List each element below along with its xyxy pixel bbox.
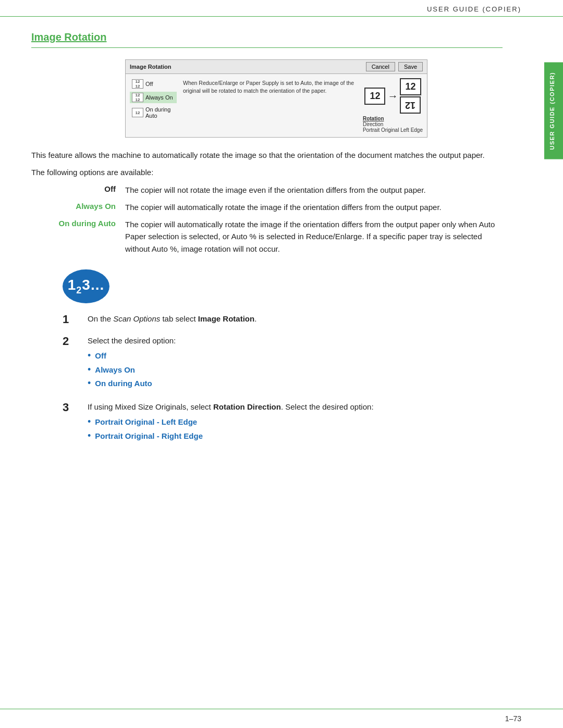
footer-page-number: 1–73	[505, 714, 521, 723]
screenshot-visual: 12 → 12 12 Rotation Direction Portrait O…	[363, 78, 423, 133]
step-2-content: Select the desired option: • Off • Alway…	[88, 335, 503, 392]
step-3-text: If using Mixed Size Originals, select Ro…	[88, 402, 374, 411]
steps-list: 1 On the Scan Options tab select Image R…	[63, 313, 503, 445]
step-1-bold: Image Rotation	[198, 314, 254, 323]
screenshot-header: Image Rotation Cancel Save	[126, 60, 427, 74]
main-content: Image Rotation Image Rotation Cancel Sav…	[0, 17, 544, 474]
step-3-content: If using Mixed Size Originals, select Ro…	[88, 401, 503, 445]
option-on-during-auto[interactable]: 12 On duringAuto	[130, 105, 177, 120]
bullet-on-during-auto: • On during Auto	[88, 377, 503, 389]
step-2-text: Select the desired option:	[88, 336, 176, 345]
rotation-label: Rotation	[363, 116, 384, 121]
bullet-dot-2: •	[88, 365, 91, 374]
bullet-dot-3: •	[88, 378, 91, 388]
bullet-link-portrait-right[interactable]: Portrait Original - Right Edge	[95, 430, 203, 442]
def-item-always-on: Always On The copier will automatically …	[31, 201, 503, 213]
title-divider	[31, 47, 503, 48]
bullet-off: • Off	[88, 350, 503, 362]
option-always-on-icon: 1212	[132, 93, 143, 102]
option-always-on-label: Always On	[145, 94, 173, 101]
bullet-portrait-left: • Portrait Original - Left Edge	[88, 416, 503, 428]
option-off-icon: 1212	[132, 79, 143, 89]
def-item-off: Off The copier will not rotate the image…	[31, 184, 503, 196]
intro-text-2: The following options are available:	[31, 166, 503, 178]
def-term-off: Off	[31, 184, 125, 196]
arrow-left-box: 12	[364, 88, 385, 105]
cancel-button[interactable]: Cancel	[366, 62, 395, 71]
top-header: User Guide (Copier)	[0, 0, 563, 17]
screenshot-body: 1212 Off 1212 Always On 12 On duringAuto	[126, 74, 427, 137]
bullet-portrait-right: • Portrait Original - Right Edge	[88, 430, 503, 442]
option-on-during-auto-icon: 12	[132, 108, 143, 117]
direction-label: Direction	[363, 121, 383, 127]
definitions-list: Off The copier will not rotate the image…	[31, 184, 503, 255]
option-always-on[interactable]: 1212 Always On	[130, 92, 177, 103]
step-2-number: 2	[63, 335, 83, 348]
screenshot-header-title: Image Rotation	[130, 64, 171, 70]
def-desc-off: The copier will not rotate the image eve…	[125, 184, 503, 196]
arrow-visual: 12 → 12 12	[364, 78, 421, 114]
right-tab: User Guide (Copier)	[544, 63, 563, 159]
screenshot-description: When Reduce/Enlarge or Paper Supply is s…	[181, 78, 359, 133]
arrow-right-box: 12	[400, 78, 421, 95]
step-1-content: On the Scan Options tab select Image Rot…	[88, 313, 503, 325]
bullet-link-portrait-left[interactable]: Portrait Original - Left Edge	[95, 416, 197, 428]
def-term-on-during-auto: On during Auto	[31, 218, 125, 255]
rotation-option: Portrait Original Left Edge	[363, 127, 423, 133]
header-title: User Guide (Copier)	[427, 5, 521, 13]
def-term-always-on: Always On	[31, 201, 125, 213]
page-title: Image Rotation	[31, 31, 503, 43]
steps-icon: 123...	[63, 269, 109, 303]
bullet-dot-5: •	[88, 431, 91, 440]
arrow-right-rotated: 12	[400, 96, 421, 114]
step-3-bullets: • Portrait Original - Left Edge • Portra…	[88, 416, 503, 442]
def-item-on-during-auto: On during Auto The copier will automatic…	[31, 218, 503, 255]
bullet-always-on: • Always On	[88, 364, 503, 376]
option-off-label: Off	[145, 81, 153, 87]
screenshot-options: 1212 Off 1212 Always On 12 On duringAuto	[130, 78, 177, 133]
footer: 1–73	[0, 709, 563, 728]
step-1-number: 1	[63, 313, 83, 326]
step-2: 2 Select the desired option: • Off • Alw…	[63, 335, 503, 392]
option-on-during-auto-label: On duringAuto	[145, 106, 170, 119]
step-3-number: 3	[63, 401, 83, 414]
step-3: 3 If using Mixed Size Originals, select …	[63, 401, 503, 445]
option-off[interactable]: 1212 Off	[130, 78, 177, 90]
step-1-italic: Scan Options	[113, 314, 160, 323]
screenshot-box: Image Rotation Cancel Save 1212 Off 1212	[125, 59, 427, 138]
intro-text-1: This feature allows the machine to autom…	[31, 149, 503, 161]
steps-icon-text: 123...	[68, 277, 105, 296]
screenshot-buttons: Cancel Save	[366, 62, 423, 71]
bullet-link-always-on[interactable]: Always On	[95, 364, 135, 376]
step-2-bullets: • Off • Always On • On during Auto	[88, 350, 503, 389]
def-desc-always-on: The copier will automatically rotate the…	[125, 201, 503, 213]
bullet-dot-1: •	[88, 351, 91, 360]
bullet-link-off[interactable]: Off	[95, 350, 106, 362]
save-button[interactable]: Save	[398, 62, 423, 71]
arrow-symbol: →	[387, 90, 398, 102]
step-1: 1 On the Scan Options tab select Image R…	[63, 313, 503, 326]
def-desc-on-during-auto: The copier will automatically rotate the…	[125, 218, 503, 255]
step-3-bold: Rotation Direction	[213, 402, 281, 411]
bullet-dot-4: •	[88, 417, 91, 426]
bullet-link-on-during-auto[interactable]: On during Auto	[95, 377, 152, 389]
screenshot-rotation-info: Rotation Direction Portrait Original Lef…	[363, 116, 423, 133]
